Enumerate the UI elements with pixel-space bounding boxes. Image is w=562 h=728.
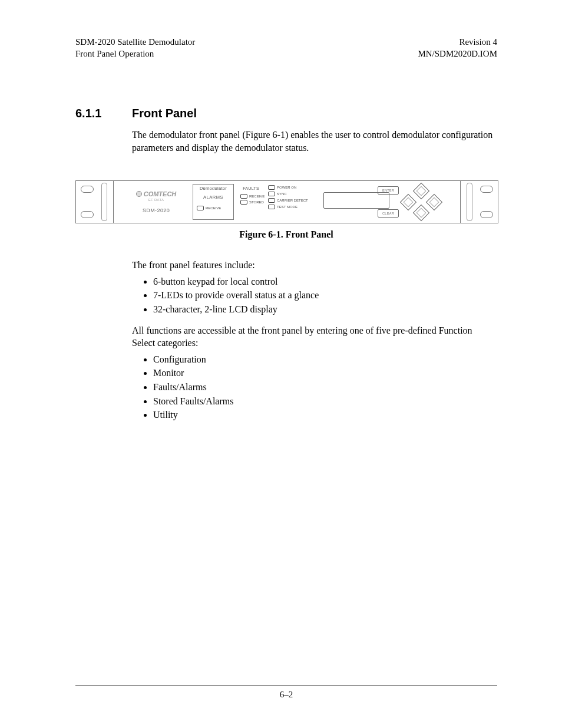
paragraph-features: The front panel features include:: [132, 259, 497, 272]
header-left-2: Front Panel Operation: [75, 48, 195, 60]
led-sync: SYNC: [277, 192, 287, 196]
list-item: Monitor: [153, 367, 497, 380]
led-receive-fault: RECEIVE: [249, 195, 265, 198]
led-carrier-detect: CARRIER DETECT: [277, 199, 308, 202]
list-item: Stored Faults/Alarms: [153, 395, 497, 408]
arrow-left-button[interactable]: [400, 194, 416, 210]
list-item: Faults/Alarms: [153, 381, 497, 394]
status-led-column: POWER ON SYNC CARRIER DETECT TEST MODE: [268, 183, 319, 209]
mount-bracket-left: [76, 181, 114, 223]
led-icon: [240, 200, 247, 205]
page-number: 6–2: [280, 690, 293, 699]
list-item: Utility: [153, 409, 497, 421]
logo-model: SDM-2020: [128, 207, 184, 213]
front-panel-figure: COMTECH EF DATA SDM-2020 Demodulator ALA…: [75, 180, 498, 223]
categories-list: Configuration Monitor Faults/Alarms Stor…: [153, 353, 497, 421]
header-left-1: SDM-2020 Satellite Demodulator: [75, 37, 195, 48]
led-icon: [240, 194, 247, 199]
led-stored-fault: STORED: [249, 200, 264, 204]
section-number: 6.1.1: [75, 107, 132, 120]
list-item: 7-LEDs to provide overall status at a gl…: [153, 289, 497, 302]
list-item: 32-character, 2-line LCD display: [153, 303, 497, 316]
led-icon: [268, 198, 275, 203]
alarms-box-title2: ALARMS: [193, 195, 233, 200]
figure-caption: Figure 6-1. Front Panel: [75, 229, 497, 240]
mount-bracket-right: [460, 181, 498, 223]
led-receive-alarm: RECEIVE: [206, 206, 221, 210]
arrow-up-button[interactable]: [413, 183, 429, 199]
led-test-mode: TEST MODE: [277, 205, 297, 209]
arrow-down-button[interactable]: [413, 205, 429, 221]
header-right-2: MN/SDM2020D.IOM: [418, 48, 497, 60]
keypad: ENTER CLEAR: [378, 185, 452, 219]
faults-heading: FAULTS: [237, 186, 265, 190]
alarms-box-title1: Demodulator: [193, 186, 233, 191]
faults-column: FAULTS RECEIVE STORED: [237, 185, 265, 205]
list-item: 6-button keypad for local control: [153, 275, 497, 288]
section-title: Front Panel: [132, 107, 197, 120]
page-footer: 6–2: [75, 686, 497, 700]
header-right-1: Revision 4: [418, 37, 497, 48]
paragraph-categories: All functions are accessible at the fron…: [132, 324, 497, 350]
led-icon: [268, 192, 275, 196]
logo-brand: COMTECH: [144, 190, 177, 197]
led-icon: [268, 205, 275, 209]
paragraph-intro: The demodulator front panel (Figure 6-1)…: [132, 129, 497, 154]
logo-subbrand: EF DATA: [128, 198, 184, 202]
page-header: SDM-2020 Satellite Demodulator Front Pan…: [75, 37, 497, 60]
alarms-box: Demodulator ALARMS RECEIVE: [193, 184, 234, 220]
enter-button[interactable]: ENTER: [378, 186, 399, 195]
led-icon: [197, 206, 204, 210]
arrow-right-button[interactable]: [426, 194, 442, 210]
list-item: Configuration: [153, 353, 497, 366]
device-logo: COMTECH EF DATA SDM-2020: [128, 188, 184, 213]
features-list: 6-button keypad for local control 7-LEDs…: [153, 275, 497, 316]
led-icon: [268, 185, 275, 190]
led-power-on: POWER ON: [277, 186, 296, 189]
clear-button[interactable]: CLEAR: [378, 209, 399, 218]
